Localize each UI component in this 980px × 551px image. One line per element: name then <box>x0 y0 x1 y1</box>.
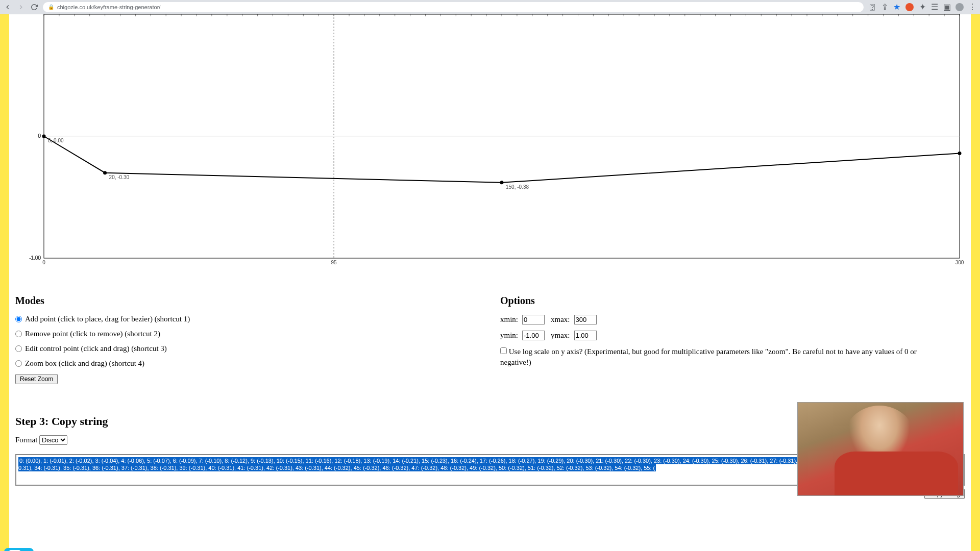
xmax-label: xmax: <box>551 315 570 324</box>
svg-text:0: 0 <box>38 133 41 139</box>
mode-label-1: Remove point (click to remove) (shortcut… <box>25 330 160 338</box>
lock-icon: 🔒 <box>48 4 54 10</box>
kofi-widget[interactable] <box>4 548 34 551</box>
ymin-label: ymin: <box>500 331 518 340</box>
reset-zoom-button[interactable]: Reset Zoom <box>15 374 58 384</box>
url-text: chigozie.co.uk/keyframe-string-generator… <box>57 4 160 10</box>
extension-icon[interactable] <box>905 3 914 11</box>
gutter-left <box>0 14 9 551</box>
mode-radio-1[interactable] <box>15 331 22 337</box>
svg-text:0, 0.00: 0, 0.00 <box>48 138 64 143</box>
chart-svg[interactable]: 0, 0.0020, -0.30150, -0.38-1.000-1.00009… <box>15 14 965 269</box>
svg-text:0: 0 <box>42 260 45 265</box>
svg-point-64 <box>42 135 46 138</box>
log-scale-checkbox[interactable] <box>500 347 507 354</box>
svg-point-67 <box>958 152 962 155</box>
mode-label-0: Add point (click to place, drag for bezi… <box>25 315 190 323</box>
reload-icon[interactable] <box>31 4 38 11</box>
extensions-icon[interactable]: ✦ <box>919 4 926 11</box>
toolbar-right: ⍰ ⇪ ★ ✦ ☰ ▣ ⋮ <box>869 3 976 11</box>
log-scale-label: Use log scale on y axis? (Experimental, … <box>500 347 917 366</box>
xmin-label: xmin: <box>500 315 518 324</box>
svg-point-65 <box>103 171 107 174</box>
modes-panel: Modes Add point (click to place, drag fo… <box>15 295 480 384</box>
xmax-input[interactable] <box>574 315 597 324</box>
mode-radio-2[interactable] <box>15 345 22 352</box>
svg-text:-1.00: -1.00 <box>29 255 41 261</box>
svg-text:20, -0.30: 20, -0.30 <box>109 174 130 180</box>
translate-icon[interactable]: ⍰ <box>869 4 876 11</box>
mode-radio-0[interactable] <box>15 316 22 322</box>
svg-text:150, -0.38: 150, -0.38 <box>506 184 529 190</box>
webcam-overlay <box>797 402 964 496</box>
mode-row-1: Remove point (click to remove) (shortcut… <box>15 330 480 338</box>
browser-toolbar: 🔒 chigozie.co.uk/keyframe-string-generat… <box>0 0 980 14</box>
format-label: Format <box>15 436 37 444</box>
svg-point-66 <box>500 181 504 184</box>
format-select[interactable]: Disco <box>39 435 67 445</box>
xmin-input[interactable] <box>522 315 545 324</box>
gutter-right <box>971 14 980 551</box>
reading-list-icon[interactable]: ☰ <box>931 4 938 11</box>
ymax-label: ymax: <box>551 331 570 340</box>
bookmark-icon[interactable]: ★ <box>893 4 900 11</box>
address-bar[interactable]: 🔒 chigozie.co.uk/keyframe-string-generat… <box>43 2 864 12</box>
ymin-input[interactable] <box>522 331 545 340</box>
mode-label-2: Edit control point (click and drag) (sho… <box>25 344 167 353</box>
options-heading: Options <box>500 295 965 307</box>
mode-radio-3[interactable] <box>15 360 22 367</box>
mode-label-3: Zoom box (click and drag) (shortcut 4) <box>25 359 144 368</box>
svg-text:300: 300 <box>955 260 964 265</box>
profile-icon[interactable] <box>955 3 964 11</box>
back-icon[interactable] <box>4 4 11 11</box>
mode-row-0: Add point (click to place, drag for bezi… <box>15 315 480 323</box>
mode-row-2: Edit control point (click and drag) (sho… <box>15 344 480 353</box>
svg-text:95: 95 <box>331 260 337 265</box>
keyframe-chart[interactable]: 0, 0.0020, -0.30150, -0.38-1.000-1.00009… <box>15 14 965 269</box>
ymax-input[interactable] <box>574 331 597 340</box>
sidepanel-icon[interactable]: ▣ <box>943 4 950 11</box>
forward-icon <box>17 4 24 11</box>
modes-heading: Modes <box>15 295 480 307</box>
menu-icon[interactable]: ⋮ <box>969 4 976 11</box>
mode-row-3: Zoom box (click and drag) (shortcut 4) <box>15 359 480 368</box>
share-icon[interactable]: ⇪ <box>881 4 888 11</box>
options-panel: Options xmin: xmax: ymin: ymax: Use log … <box>500 295 965 384</box>
